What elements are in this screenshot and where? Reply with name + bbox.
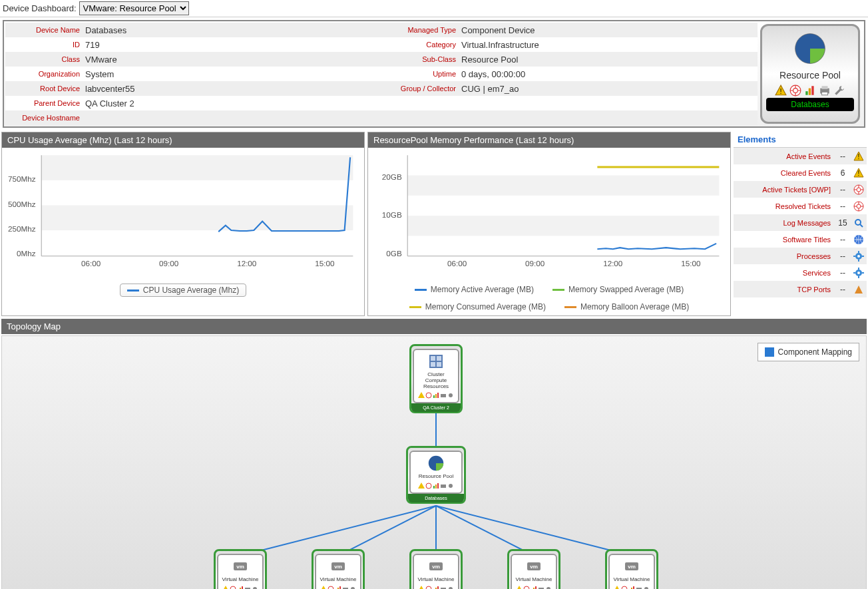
wrench-icon[interactable] xyxy=(833,85,845,97)
svg-text:vm: vm xyxy=(628,564,636,570)
svg-rect-70 xyxy=(433,395,435,398)
info-label: Sub-Class xyxy=(381,55,461,63)
svg-rect-78 xyxy=(435,485,437,489)
device-info-panel: Device NameDatabasesID719ClassVMwareOrga… xyxy=(3,20,865,128)
elements-value: -- xyxy=(835,268,851,278)
svg-text:!: ! xyxy=(779,87,781,95)
svg-text:!: ! xyxy=(858,153,860,160)
svg-text:!: ! xyxy=(858,170,860,177)
node-icon-row xyxy=(418,483,454,489)
elements-row[interactable]: Log Messages15 xyxy=(734,214,867,231)
magnifier-icon[interactable] xyxy=(851,218,867,228)
elements-row[interactable]: Active Events--! xyxy=(734,148,867,164)
info-row: Managed TypeComponent Device xyxy=(381,23,758,37)
node-icon-row xyxy=(320,586,356,589)
svg-rect-73 xyxy=(441,394,446,397)
mem-legend-swapped[interactable]: Memory Swapped Average (MB) xyxy=(546,284,690,295)
topology-node[interactable]: vmVirtual MachineQA_DB2_10.0.8.81 xyxy=(214,549,267,589)
svg-rect-87 xyxy=(242,586,243,589)
mem-legend-active[interactable]: Memory Active Average (MB) xyxy=(408,284,541,295)
svg-point-69 xyxy=(426,393,431,398)
memory-chart-body[interactable]: 0GB 10GB 20GB 06:00 09:00 12:00 15:00 xyxy=(368,148,730,281)
cpu-legend-item[interactable]: CPU Usage Average (Mhz) xyxy=(120,284,247,297)
elements-row[interactable]: Processes-- xyxy=(734,248,867,264)
warning-icon[interactable]: ! xyxy=(851,151,867,162)
globe-icon[interactable] xyxy=(851,234,867,245)
svg-text:15:00: 15:00 xyxy=(315,260,334,268)
topology-node[interactable]: vmVirtual MachineQA_Oracle12c_10.0.8.136 xyxy=(409,549,463,589)
elements-label: Cleared Events xyxy=(734,169,835,177)
svg-rect-119 xyxy=(633,586,634,589)
info-value: labvcenter55 xyxy=(85,84,381,94)
lifering-icon[interactable] xyxy=(851,201,867,212)
dashboard-select[interactable]: VMware: Resource Pool xyxy=(79,1,189,15)
elements-row[interactable]: Cleared Events6! xyxy=(734,164,867,181)
info-row: Device NameDatabases xyxy=(5,23,381,37)
mem-legend-consumed[interactable]: Memory Consumed Average (MB) xyxy=(403,301,552,313)
cpu-legend-label: CPU Usage Average (Mhz) xyxy=(143,286,240,295)
flag-icon[interactable] xyxy=(851,284,867,295)
printer-icon[interactable] xyxy=(819,85,831,97)
svg-text:0Mhz: 0Mhz xyxy=(17,250,36,258)
svg-rect-24 xyxy=(407,155,719,256)
info-row: Parent DeviceQA Cluster 2 xyxy=(5,96,381,110)
svg-text:15:00: 15:00 xyxy=(681,260,700,268)
svg-rect-68 xyxy=(437,362,441,367)
info-value: Virtual.Infrastructure xyxy=(461,40,758,50)
lifering-icon[interactable] xyxy=(789,85,801,97)
info-label: Organization xyxy=(5,70,85,78)
gear-icon[interactable] xyxy=(851,251,867,262)
badge-toolbar: ! xyxy=(775,85,845,97)
elements-row[interactable]: TCP Ports-- xyxy=(734,281,867,297)
svg-rect-65 xyxy=(431,356,435,361)
lifering-icon[interactable] xyxy=(851,184,867,195)
header-bar: Device Dashboard: VMware: Resource Pool xyxy=(0,0,868,17)
info-row: Group / CollectorCUG | em7_ao xyxy=(381,81,758,96)
elements-value: -- xyxy=(835,285,851,294)
cpu-chart-body[interactable]: 0Mhz 250Mhz 500Mhz 750Mhz 06:00 09:00 12… xyxy=(2,148,364,281)
elements-value: 15 xyxy=(835,218,851,228)
info-row: ClassVMware xyxy=(5,52,381,67)
svg-text:vm: vm xyxy=(432,564,440,570)
topology-node[interactable]: vmVirtual MachineQA_Sybase16_10.0.6.135 xyxy=(605,549,658,589)
topology-node[interactable]: Cluster Compute ResourcesQA Cluster 2 xyxy=(409,344,463,413)
svg-point-74 xyxy=(449,393,453,397)
topology-node[interactable]: vmVirtual MachineQA_Postgresql93_10.0.7.… xyxy=(507,549,560,589)
elements-row[interactable]: Resolved Tickets-- xyxy=(734,198,867,214)
elements-row[interactable]: Software Titles-- xyxy=(734,231,867,248)
svg-line-62 xyxy=(436,506,534,556)
svg-text:09:00: 09:00 xyxy=(159,260,178,268)
warning-icon[interactable]: ! xyxy=(775,85,787,97)
svg-text:20GB: 20GB xyxy=(382,173,402,181)
warning-icon[interactable]: ! xyxy=(851,168,867,178)
info-value: QA Cluster 2 xyxy=(85,98,381,108)
svg-rect-7 xyxy=(811,86,813,95)
node-type: Cluster Compute Resources xyxy=(416,372,456,389)
elements-row[interactable]: Active Tickets [OWP]-- xyxy=(734,181,867,198)
node-icon-row xyxy=(418,392,454,399)
info-value: CUG | em7_ao xyxy=(461,84,758,94)
svg-rect-71 xyxy=(435,394,437,398)
info-label: Category xyxy=(381,41,461,49)
info-row: Uptime0 days, 00:00:00 xyxy=(381,67,758,81)
svg-text:vm: vm xyxy=(530,564,538,570)
cpu-chart-panel: CPU Usage Average (Mhz) (Last 12 hours) … xyxy=(1,132,365,316)
svg-rect-6 xyxy=(809,89,811,95)
mem-legend-balloon[interactable]: Memory Balloon Average (MB) xyxy=(558,301,696,313)
info-value: VMware xyxy=(85,55,381,65)
gear-icon[interactable] xyxy=(851,268,867,278)
topology-node[interactable]: Resource PoolDatabases xyxy=(406,446,466,504)
node-type: Virtual Machine xyxy=(418,577,455,583)
topology-node[interactable]: vmVirtual MachineQA_Informix_DB_8.82 xyxy=(312,549,365,589)
chart-icon[interactable] xyxy=(804,85,816,97)
node-type: Virtual Machine xyxy=(614,577,650,583)
elements-value: 6 xyxy=(835,168,851,178)
topology-map[interactable]: Component Mapping Cluster Compute Resour… xyxy=(1,335,867,589)
svg-rect-80 xyxy=(441,485,446,488)
info-label: Group / Collector xyxy=(381,85,461,93)
node-name: Databases xyxy=(408,494,464,502)
resource-pool-icon xyxy=(791,30,829,67)
svg-rect-12 xyxy=(41,155,353,180)
info-row: Sub-ClassResource Pool xyxy=(381,52,758,67)
elements-row[interactable]: Services-- xyxy=(734,264,867,281)
